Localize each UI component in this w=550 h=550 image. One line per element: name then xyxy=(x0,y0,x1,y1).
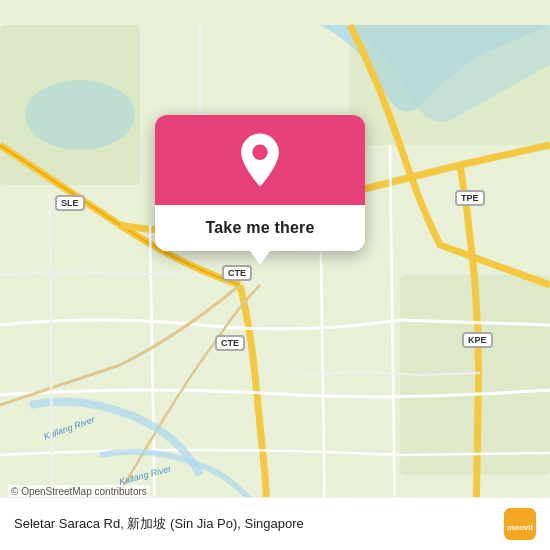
map-container: Kallang River Kallang River SLE CTE CTE … xyxy=(0,0,550,550)
popup-card: Take me there xyxy=(155,115,365,251)
moovit-logo: moovit xyxy=(504,508,536,540)
address-text: Seletar Saraca Rd, 新加坡 (Sin Jia Po), Sin… xyxy=(14,515,504,533)
highway-badge-cte1: CTE xyxy=(222,265,252,281)
bottom-bar: Seletar Saraca Rd, 新加坡 (Sin Jia Po), Sin… xyxy=(0,497,550,550)
highway-badge-cte2: CTE xyxy=(215,335,245,351)
highway-badge-sle: SLE xyxy=(55,195,85,211)
highway-badge-kpe: KPE xyxy=(462,332,493,348)
svg-point-6 xyxy=(252,145,267,160)
svg-text:Kallang River: Kallang River xyxy=(118,463,173,487)
popup-icon-area xyxy=(155,115,365,205)
take-me-there-button[interactable]: Take me there xyxy=(155,205,365,251)
svg-text:moovit: moovit xyxy=(507,523,534,532)
map-svg: Kallang River Kallang River xyxy=(0,0,550,550)
location-pin-icon xyxy=(236,132,284,188)
highway-badge-tpe: TPE xyxy=(455,190,485,206)
moovit-icon: moovit xyxy=(504,508,536,540)
popup-triangle xyxy=(250,251,270,265)
